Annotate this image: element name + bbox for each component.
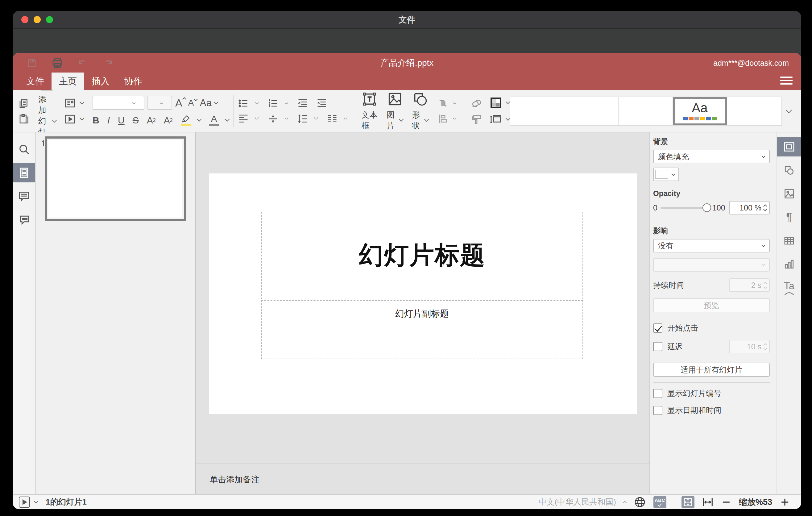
increase-indent-icon[interactable] bbox=[316, 98, 327, 109]
notes-input[interactable]: 单击添加备注 bbox=[196, 463, 649, 494]
columns-icon[interactable] bbox=[327, 113, 338, 124]
fit-width-icon[interactable] bbox=[702, 496, 714, 508]
slide-subtitle-placeholder[interactable]: 幻灯片副标题 bbox=[261, 300, 583, 359]
bullets-icon[interactable] bbox=[238, 98, 249, 109]
theme-option-4-selected[interactable]: Aa bbox=[673, 97, 727, 125]
eraser-icon[interactable] bbox=[470, 96, 483, 109]
tab-collaboration[interactable]: 协作 bbox=[117, 73, 150, 90]
show-date-time-checkbox[interactable] bbox=[653, 406, 662, 415]
zoom-out-icon[interactable] bbox=[721, 497, 731, 507]
subscript-icon[interactable]: A2 bbox=[164, 115, 173, 125]
opacity-spinner[interactable]: 100 % bbox=[729, 201, 770, 214]
user-account: adm***@dootask.com bbox=[713, 53, 789, 73]
arrange-shapes-icon[interactable] bbox=[437, 98, 448, 109]
table-settings-icon[interactable] bbox=[777, 231, 801, 250]
chat-panel-icon[interactable] bbox=[13, 210, 35, 229]
delay-label: 延迟 bbox=[667, 342, 683, 352]
font-name-combo[interactable] bbox=[92, 96, 144, 110]
preview-button[interactable]: 预览 bbox=[653, 298, 770, 312]
theme-gallery: Aa bbox=[510, 96, 796, 125]
fit-slide-icon[interactable] bbox=[682, 496, 694, 508]
decrease-indent-icon[interactable] bbox=[297, 98, 308, 109]
apply-to-all-slides-button[interactable]: 适用于所有幻灯片 bbox=[653, 363, 770, 377]
opacity-slider-knob[interactable] bbox=[702, 203, 711, 212]
slide-thumbnail-1[interactable] bbox=[45, 136, 186, 221]
theme-option-5[interactable] bbox=[727, 97, 781, 125]
theme-option-3[interactable] bbox=[618, 97, 673, 125]
textart-settings-icon[interactable]: Ta bbox=[777, 278, 801, 297]
left-panel-strip bbox=[13, 133, 36, 494]
underline-icon[interactable]: U bbox=[118, 115, 125, 125]
image-label: 图片 bbox=[387, 110, 396, 131]
chart-settings-icon[interactable] bbox=[777, 255, 801, 274]
vertical-align-icon[interactable] bbox=[267, 113, 279, 124]
start-slideshow-icon[interactable] bbox=[64, 113, 76, 125]
set-language-icon[interactable] bbox=[634, 496, 646, 508]
comments-panel-icon[interactable] bbox=[13, 187, 35, 206]
numbering-icon[interactable] bbox=[267, 98, 279, 109]
search-icon[interactable] bbox=[13, 140, 35, 159]
duration-spinner[interactable]: 2 s bbox=[729, 278, 770, 292]
right-settings-strip: ¶ Ta bbox=[777, 133, 801, 494]
strikethrough-icon[interactable]: S bbox=[133, 115, 139, 125]
slide-canvas[interactable]: 幻灯片标题 幻灯片副标题 bbox=[209, 173, 637, 414]
highlight-color-icon[interactable] bbox=[181, 114, 191, 126]
spellcheck-icon[interactable]: ABC bbox=[654, 496, 666, 508]
editor-surface: 产品介绍.pptx adm***@dootask.com 文件 主页 插入 协作 bbox=[13, 53, 801, 509]
image-settings-icon[interactable] bbox=[777, 184, 801, 203]
decrease-font-icon[interactable]: A bbox=[188, 98, 197, 108]
slide-size-icon[interactable] bbox=[490, 113, 502, 125]
window-title: 文件 bbox=[13, 14, 801, 25]
superscript-icon[interactable]: A2 bbox=[147, 115, 156, 125]
copy-style-icon[interactable] bbox=[470, 113, 483, 125]
slide-settings-icon[interactable] bbox=[777, 137, 801, 156]
slide-layout-icon[interactable] bbox=[64, 97, 76, 109]
shape-button[interactable]: 形状 bbox=[412, 91, 428, 131]
tab-file[interactable]: 文件 bbox=[19, 73, 52, 90]
hamburger-menu-icon[interactable] bbox=[780, 76, 793, 86]
slide-title-placeholder[interactable]: 幻灯片标题 bbox=[261, 212, 583, 299]
line-spacing-icon[interactable] bbox=[297, 113, 308, 124]
background-color-picker[interactable] bbox=[653, 168, 679, 181]
effect-type-select[interactable] bbox=[653, 258, 770, 271]
zoom-in-icon[interactable] bbox=[780, 497, 790, 507]
slide-settings-panel: 背景 颜色填充 Opacity 0 100 100 % bbox=[649, 133, 777, 494]
start-slideshow-status-icon[interactable] bbox=[19, 496, 30, 508]
slide-canvas-area: 幻灯片标题 幻灯片副标题 bbox=[196, 133, 649, 463]
italic-icon[interactable]: I bbox=[107, 115, 110, 125]
effect-label: 影响 bbox=[653, 226, 770, 236]
paragraph-settings-icon[interactable]: ¶ bbox=[777, 208, 801, 227]
start-on-click-checkbox[interactable] bbox=[653, 323, 662, 333]
theme-option-1[interactable] bbox=[510, 97, 564, 125]
background-fill-select[interactable]: 颜色填充 bbox=[653, 150, 770, 163]
show-slide-number-label: 显示幻灯片编号 bbox=[667, 388, 721, 398]
effect-select[interactable]: 没有 bbox=[653, 239, 770, 253]
show-slide-number-checkbox[interactable] bbox=[653, 389, 662, 398]
opacity-slider[interactable] bbox=[661, 207, 707, 209]
align-shapes-icon[interactable] bbox=[437, 113, 448, 124]
document-language[interactable]: 中文(中华人民共和国) bbox=[539, 496, 616, 507]
slides-panel-icon[interactable] bbox=[13, 163, 35, 182]
font-color-icon[interactable]: A bbox=[209, 114, 219, 126]
horizontal-align-icon[interactable] bbox=[238, 113, 249, 124]
tab-insert[interactable]: 插入 bbox=[84, 73, 117, 90]
font-size-combo[interactable] bbox=[147, 96, 172, 110]
change-case-icon[interactable]: Aa bbox=[200, 97, 218, 109]
paste-icon[interactable] bbox=[18, 113, 29, 124]
home-toolbar: 添加幻灯片 bbox=[13, 90, 801, 133]
slide-counter: 1的幻灯片1 bbox=[46, 496, 87, 507]
increase-font-icon[interactable]: A bbox=[175, 97, 185, 109]
tab-home[interactable]: 主页 bbox=[52, 73, 84, 90]
shape-fill-swatch-icon[interactable] bbox=[490, 96, 502, 109]
delay-checkbox[interactable] bbox=[653, 342, 662, 351]
copy-icon[interactable] bbox=[18, 98, 29, 109]
image-button[interactable]: 图片 bbox=[387, 91, 403, 131]
theme-option-2[interactable] bbox=[564, 97, 618, 125]
delay-spinner[interactable]: 10 s bbox=[729, 340, 770, 353]
screen: 文件 bbox=[0, 0, 812, 516]
text-box-button[interactable]: 文本框 bbox=[361, 91, 378, 131]
theme-gallery-expand-icon[interactable] bbox=[782, 97, 796, 125]
shape-settings-icon[interactable] bbox=[777, 161, 801, 180]
bold-icon[interactable]: B bbox=[92, 115, 99, 125]
shape-label: 形状 bbox=[412, 110, 421, 131]
